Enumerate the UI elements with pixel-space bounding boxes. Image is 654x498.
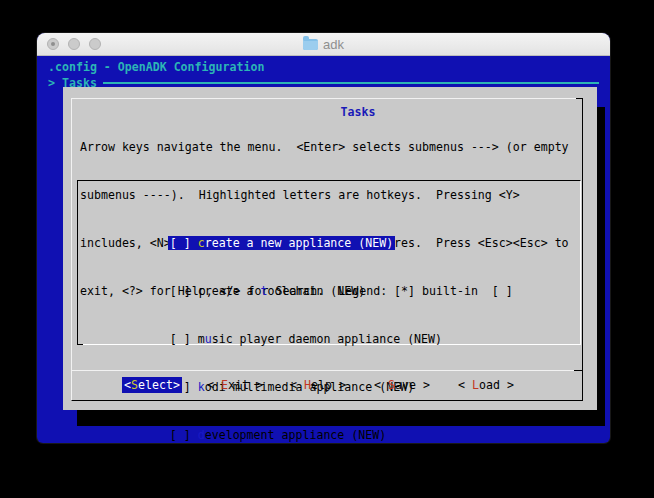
window-title-text: adk [323, 37, 344, 52]
breadcrumb-rule [103, 82, 599, 84]
menu-item-create-new-appliance[interactable]: [ ] create a new appliance (NEW) [78, 219, 580, 235]
menu-list: [ ] create a new appliance (NEW) [ ] cre… [77, 180, 581, 345]
load-button[interactable]: < Load > [458, 377, 514, 393]
config-header: .config - OpenADK Configuration [48, 59, 264, 75]
menu-item-create-toolchain[interactable]: [ ] create a toolchain (NEW) [78, 267, 580, 283]
terminal-window: adk .config - OpenADK Configuration > Ta… [37, 33, 610, 443]
window-title: adk [37, 33, 610, 55]
terminal-screen: .config - OpenADK Configuration > Tasks … [37, 55, 610, 443]
menu-item-music-player-daemon[interactable]: [ ] music player daemon appliance (NEW) [78, 315, 580, 331]
save-button[interactable]: < Save > [374, 377, 430, 393]
button-separator-tee [574, 370, 582, 371]
exit-button[interactable]: < Exit > [207, 377, 263, 393]
instruction-line: Arrow keys navigate the menu. <Enter> se… [80, 139, 569, 155]
title-bar: adk [37, 33, 610, 56]
button-separator [72, 370, 582, 371]
folder-icon [303, 39, 318, 50]
help-button[interactable]: < Help > [290, 377, 346, 393]
menu-item-development-appliance[interactable]: [ ] development appliance (NEW) [78, 411, 580, 427]
dialog-title: Tasks [63, 88, 597, 136]
select-button[interactable]: <Select> [122, 377, 182, 393]
tasks-dialog: Tasks Arrow keys navigate the menu. <Ent… [63, 87, 597, 410]
